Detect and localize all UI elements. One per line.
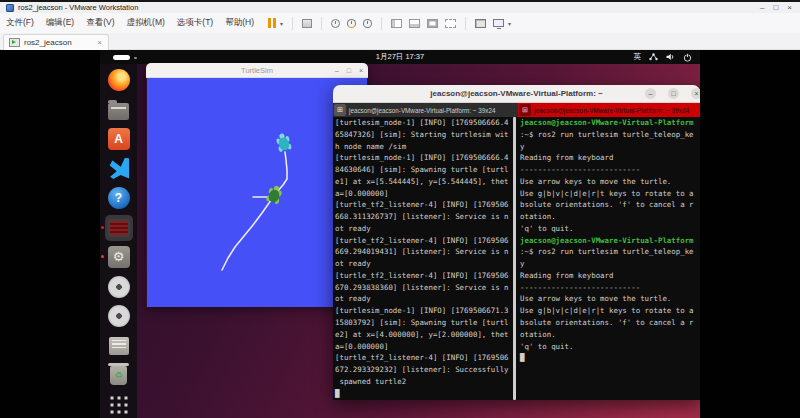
pane-grid-icon[interactable]: ⊞ <box>519 104 531 116</box>
thumbnail-bar-toggle-button-icon[interactable] <box>409 19 420 28</box>
show-applications-icon <box>109 395 129 415</box>
firefox-icon <box>108 69 130 91</box>
menu-item-5[interactable]: 帮助(H) <box>219 17 260 29</box>
vscode-icon <box>108 158 130 180</box>
terminal-line: 84630646] [sim]: Spawning turtle [turtl <box>333 164 518 176</box>
terminal-line: ot ready <box>333 293 518 305</box>
left-pane-header-title: jeacson@jeacson-VMware-Virtual-Platform:… <box>349 107 495 114</box>
display-settings-button-icon[interactable] <box>493 19 504 27</box>
ubuntu-software-icon: A <box>108 128 130 150</box>
trash-icon: ♻ <box>110 366 127 385</box>
terminal-line: 672.293329232] [listener]: Successfully <box>333 364 518 376</box>
terminal-line: jeacson@jeacson-VMware-Virtual-Platform <box>518 235 700 247</box>
terminal-line: 668.311326737] [listener]: Service is n <box>333 211 518 223</box>
toolbar-separator <box>321 17 322 30</box>
turtlesim-close-button[interactable]: × <box>359 66 363 76</box>
terminal-line: Reading from keyboard <box>518 270 700 282</box>
suspend-button-caret-icon[interactable]: ▾ <box>280 20 283 27</box>
turtlesim-titlebar[interactable]: TurtleSim – □ × <box>146 63 368 78</box>
turtlesim-maximize-button[interactable]: □ <box>347 66 351 76</box>
left-pane-scrollbar[interactable] <box>513 117 516 400</box>
floppy-drive-icon <box>109 337 129 355</box>
pane-grid-icon[interactable]: ⊞ <box>334 104 346 116</box>
toolbar-separator <box>292 17 293 30</box>
revert-snapshot-button-icon[interactable] <box>347 19 356 28</box>
terminal-line: jeacson@jeacson-VMware-Virtual-Platform <box>518 117 700 129</box>
dock: A?⚙♻ <box>100 64 137 418</box>
menu-item-4[interactable]: 选项卡(T) <box>171 17 219 29</box>
fullscreen-button-icon[interactable] <box>427 19 438 28</box>
dock-item-show-applications[interactable] <box>105 392 133 418</box>
window-maximize-button[interactable]: □ <box>773 2 778 13</box>
vmware-menubar: 文件(F)编辑(E)查看(V)虚拟机(M)选项卡(T)帮助(H) ▾▾ <box>0 13 800 33</box>
right-pane-header-title: jeacson@jeacson-VMware-Virtual-Platform:… <box>534 107 689 114</box>
dock-item-floppy-drive[interactable] <box>105 333 133 359</box>
vm-tab-close-icon[interactable]: × <box>97 38 108 47</box>
dock-item-trash[interactable]: ♻ <box>105 362 133 388</box>
help-icon: ? <box>108 187 130 209</box>
terminal-line: h node name /sim <box>333 141 518 153</box>
dock-item-firefox[interactable] <box>105 67 133 93</box>
menu-item-0[interactable]: 文件(F) <box>0 17 40 29</box>
right-pane-content[interactable]: jeacson@jeacson-VMware-Virtual-Platform:… <box>518 117 700 400</box>
left-pane-header[interactable]: ⊞ jeacson@jeacson-VMware-Virtual-Platfor… <box>333 103 518 117</box>
library-toggle-button-icon[interactable] <box>391 19 402 28</box>
dock-item-settings[interactable]: ⚙ <box>105 244 133 270</box>
dock-item-help[interactable]: ? <box>105 185 133 211</box>
vmware-logo-icon <box>6 4 14 12</box>
files-icon <box>108 103 129 120</box>
topbar-clock[interactable]: 1月27日 17:37 <box>100 52 700 62</box>
input-method-indicator[interactable]: 英 <box>634 52 642 62</box>
dock-item-cd-drive[interactable] <box>105 274 133 300</box>
window-close-button[interactable]: × <box>787 2 792 13</box>
ctrl-alt-del-button-icon[interactable] <box>302 19 312 28</box>
terminal-titlebar[interactable]: jeacson@jeacson-VMware-Virtual-Platform:… <box>333 85 700 103</box>
left-pane-content[interactable]: [turtlesim_node-1] [INFO] [1769506666.46… <box>333 117 518 400</box>
volume-icon[interactable] <box>666 53 675 61</box>
settings-icon: ⚙ <box>108 246 130 268</box>
terminal-line: ot ready <box>333 223 518 235</box>
network-icon[interactable] <box>649 53 658 61</box>
terminal-line: Use g|b|v|c|d|e|r|t keys to rotate to a <box>518 188 700 200</box>
dock-item-cd-drive-2[interactable] <box>105 303 133 329</box>
vmware-tabbar: ros2_jeacson × <box>0 33 800 50</box>
menu-item-1[interactable]: 编辑(E) <box>40 17 80 29</box>
window-minimize-button[interactable]: – <box>760 2 764 13</box>
terminal-line: █ <box>518 352 700 364</box>
dock-item-vscode[interactable] <box>105 156 133 182</box>
terminal-line: [turtlesim_node-1] [INFO] [1769506666.4 <box>333 152 518 164</box>
unity-mode-button-icon[interactable] <box>445 19 456 28</box>
terminal-line: [turtle_tf2_listener-4] [INFO] [1769506 <box>333 270 518 282</box>
terminal-line: otation. <box>518 329 700 341</box>
terminal-line: Reading from keyboard <box>518 152 700 164</box>
cd-drive-2-icon <box>108 305 130 327</box>
menu-item-3[interactable]: 虚拟机(M) <box>121 17 171 29</box>
display-settings-button-caret-icon[interactable]: ▾ <box>508 20 511 27</box>
terminal-line: e1] at x=[5.544445], y=[5.544445], thet <box>333 176 518 188</box>
terminal-line: otation. <box>518 211 700 223</box>
window-title: ros2_jeacson - VMware Workstation <box>18 3 138 12</box>
dock-item-vm-console-app[interactable] <box>105 215 133 241</box>
dock-item-ubuntu-software[interactable]: A <box>105 126 133 152</box>
take-snapshot-button-icon[interactable] <box>331 19 340 28</box>
power-icon[interactable] <box>683 53 692 62</box>
terminal-minimize-button[interactable]: – <box>645 88 656 99</box>
vm-tab[interactable]: ros2_jeacson × <box>3 34 109 50</box>
terminal-line: 15803792] [sim]: Spawning turtle [turtl <box>333 317 518 329</box>
vm-screen: 1月27日 17:37 英 <box>100 50 700 418</box>
terminal-close-button[interactable]: × <box>691 88 700 99</box>
snapshot-manager-button-icon[interactable] <box>363 19 372 28</box>
suspend-button-icon[interactable] <box>268 18 276 28</box>
right-pane-header-active[interactable]: ⊞ jeacson@jeacson-VMware-Virtual-Platfor… <box>518 103 700 117</box>
terminal-line: ot ready <box>333 258 518 270</box>
terminal-line: Use g|b|v|c|d|e|r|t keys to rotate to a <box>518 305 700 317</box>
terminal-line: 'q' to quit. <box>518 341 700 353</box>
console-view-button-icon[interactable] <box>475 19 486 28</box>
dock-item-files[interactable] <box>105 97 133 123</box>
running-indicator <box>101 226 104 229</box>
terminal-line: bsolute orientations. 'f' to cancel a r <box>518 317 700 329</box>
terminal-maximize-button[interactable]: □ <box>668 88 679 99</box>
menu-item-2[interactable]: 查看(V) <box>80 17 120 29</box>
terminal-line: y <box>518 258 700 270</box>
turtlesim-minimize-button[interactable]: – <box>335 66 339 76</box>
